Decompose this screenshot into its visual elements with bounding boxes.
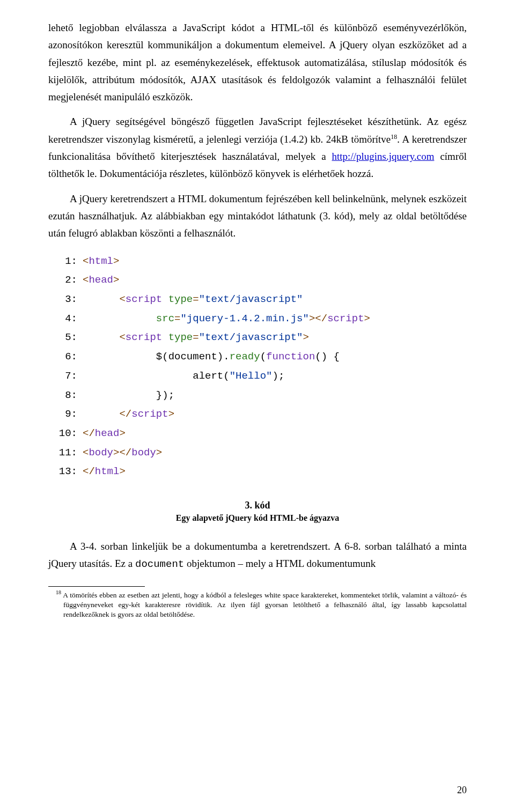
line-number: 13: <box>48 462 83 482</box>
tok: ( <box>260 348 266 367</box>
tok: > <box>364 309 370 329</box>
paragraph-3: A jQuery keretrendszert a HTML dokumentu… <box>48 190 467 242</box>
code-line-11: 11:<body></body> <box>48 444 467 463</box>
tok: < <box>119 290 125 309</box>
tok: < <box>119 328 125 348</box>
plugins-link[interactable]: http://plugins.jquery.com <box>332 151 435 162</box>
tok: "jquery-1.4.2.min.js" <box>180 309 308 329</box>
tok: body <box>89 444 113 463</box>
tok: > <box>119 462 125 482</box>
page: lehető legjobban elválassza a JavaScript… <box>0 0 515 812</box>
tok: function <box>266 348 315 367</box>
footnote-number: 18 <box>56 589 61 595</box>
paragraph-4b: objektumon – mely a HTML dokumentumunk <box>184 558 376 569</box>
tok: head <box>89 271 113 290</box>
tok: ready <box>230 348 260 367</box>
tok: = <box>174 309 180 329</box>
line-number: 1: <box>48 252 83 271</box>
tok: > <box>119 424 125 444</box>
tok: script <box>327 309 364 329</box>
footnote-separator <box>48 586 145 587</box>
footnote-ref-18: 18 <box>391 132 397 140</box>
tok: ); <box>272 367 284 386</box>
page-number: 20 <box>457 785 467 796</box>
tok: ></ <box>309 309 327 329</box>
tok: html <box>95 462 120 482</box>
tok: script <box>126 328 168 348</box>
code-line-8: 8: }); <box>48 386 467 405</box>
tok: type <box>168 328 193 348</box>
code-line-10: 10:</head> <box>48 424 467 444</box>
code-caption: 3. kód Egy alapvető jQuery kód HTML-be á… <box>48 500 467 523</box>
code-line-7: 7: alert("Hello"); <box>48 367 467 386</box>
code-line-1: 1:<html> <box>48 252 467 271</box>
tok: "text/javascript" <box>199 290 303 309</box>
caption-subtitle: Egy alapvető jQuery kód HTML-be ágyazva <box>48 513 467 523</box>
tok: = <box>193 290 198 309</box>
tok: </ <box>83 462 95 482</box>
code-line-9: 9: </script> <box>48 405 467 424</box>
line-number: 7: <box>48 367 83 386</box>
line-number: 8: <box>48 386 83 405</box>
caption-title: 3. kód <box>48 500 467 511</box>
tok: > <box>113 252 119 271</box>
tok: = <box>193 328 198 348</box>
code-line-2: 2:<head> <box>48 271 467 290</box>
paragraph-2: A jQuery segítségével böngésző független… <box>48 113 467 182</box>
line-number: 10: <box>48 424 83 444</box>
line-number: 11: <box>48 444 83 463</box>
code-line-4: 4: src="jquery-1.4.2.min.js"></script> <box>48 309 467 329</box>
tok: html <box>89 252 113 271</box>
tok: script <box>126 290 168 309</box>
footnote-18: 18 A tömörítés ebben az esetben azt jele… <box>63 589 467 619</box>
tok: > <box>303 328 309 348</box>
code-line-6: 6: $(document).ready(function() { <box>48 348 467 367</box>
tok: $(document). <box>156 348 230 367</box>
tok: head <box>95 424 120 444</box>
line-number: 5: <box>48 328 83 348</box>
tok: < <box>83 444 89 463</box>
tok: script <box>131 405 168 424</box>
code-line-13: 13:</html> <box>48 462 467 482</box>
paragraph-1: lehető legjobban elválassza a JavaScript… <box>48 19 467 106</box>
line-number: 4: <box>48 309 83 329</box>
tok: body <box>131 444 156 463</box>
tok: type <box>168 290 193 309</box>
tok: </ <box>83 424 95 444</box>
tok: src <box>156 309 174 329</box>
line-number: 2: <box>48 271 83 290</box>
tok: alert( <box>193 367 229 386</box>
tok: > <box>113 271 119 290</box>
tok: }); <box>156 386 174 405</box>
tok: > <box>156 444 162 463</box>
tok: ></ <box>113 444 131 463</box>
line-number: 6: <box>48 348 83 367</box>
tok: < <box>83 252 89 271</box>
tok: "Hello" <box>230 367 273 386</box>
code-listing-3: 1:<html> 2:<head> 3: <script type="text/… <box>48 252 467 482</box>
footnote-text: A tömörítés ebben az esetben azt jelenti… <box>61 590 467 618</box>
line-number: 3: <box>48 290 83 309</box>
code-line-3: 3: <script type="text/javascript" <box>48 290 467 309</box>
tok: "text/javascript" <box>199 328 303 348</box>
code-line-5: 5: <script type="text/javascript"> <box>48 328 467 348</box>
inline-code-document: document <box>135 558 184 570</box>
tok: </ <box>119 405 131 424</box>
line-number: 9: <box>48 405 83 424</box>
paragraph-4: A 3-4. sorban linkeljük be a dokumentumb… <box>48 538 467 573</box>
tok: < <box>83 271 89 290</box>
tok: () { <box>315 348 340 367</box>
tok: > <box>168 405 174 424</box>
